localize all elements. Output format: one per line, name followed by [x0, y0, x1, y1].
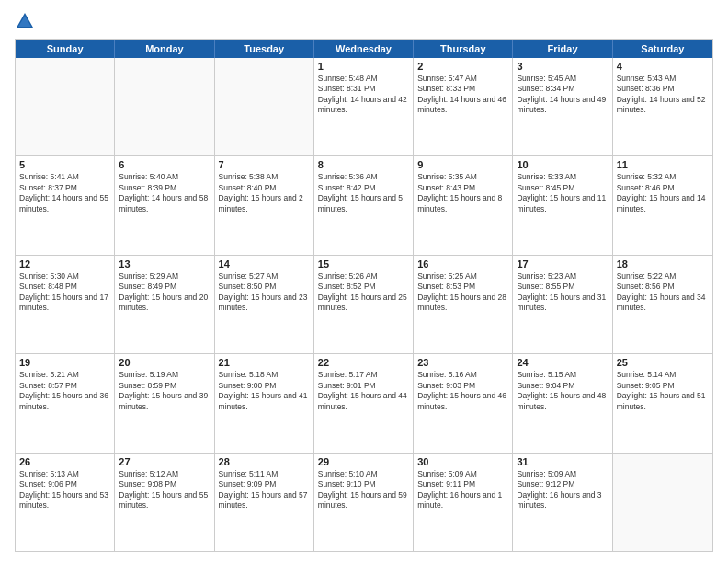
- cell-details: Sunrise: 5:19 AMSunset: 8:59 PMDaylight:…: [119, 370, 210, 412]
- empty-cell: [613, 454, 712, 551]
- day-cell-4: 4Sunrise: 5:43 AMSunset: 8:36 PMDaylight…: [613, 58, 712, 155]
- cell-details: Sunrise: 5:30 AMSunset: 8:48 PMDaylight:…: [19, 271, 110, 314]
- day-number: 1: [318, 61, 409, 72]
- cell-details: Sunrise: 5:15 AMSunset: 9:04 PMDaylight:…: [517, 370, 608, 412]
- day-cell-15: 15Sunrise: 5:26 AMSunset: 8:52 PMDayligh…: [314, 256, 414, 353]
- calendar-week-5: 26Sunrise: 5:13 AMSunset: 9:06 PMDayligh…: [16, 454, 712, 551]
- day-number: 20: [119, 357, 210, 368]
- empty-cell: [215, 58, 314, 155]
- day-number: 15: [318, 259, 409, 270]
- day-number: 23: [417, 357, 508, 368]
- header-cell-tuesday: Tuesday: [215, 40, 314, 58]
- calendar-body: 1Sunrise: 5:48 AMSunset: 8:31 PMDaylight…: [16, 58, 712, 551]
- day-number: 4: [617, 61, 709, 72]
- day-number: 9: [417, 159, 508, 170]
- day-number: 30: [417, 456, 508, 467]
- calendar-week-4: 19Sunrise: 5:21 AMSunset: 8:57 PMDayligh…: [16, 354, 712, 453]
- calendar-week-1: 1Sunrise: 5:48 AMSunset: 8:31 PMDaylight…: [16, 58, 712, 156]
- day-cell-8: 8Sunrise: 5:36 AMSunset: 8:42 PMDaylight…: [314, 156, 414, 254]
- day-cell-12: 12Sunrise: 5:30 AMSunset: 8:48 PMDayligh…: [16, 256, 115, 353]
- day-cell-20: 20Sunrise: 5:19 AMSunset: 8:59 PMDayligh…: [115, 354, 214, 452]
- day-cell-26: 26Sunrise: 5:13 AMSunset: 9:06 PMDayligh…: [16, 454, 115, 551]
- cell-details: Sunrise: 5:38 AMSunset: 8:40 PMDaylight:…: [219, 172, 310, 214]
- cell-details: Sunrise: 5:23 AMSunset: 8:55 PMDaylight:…: [517, 271, 608, 314]
- day-cell-13: 13Sunrise: 5:29 AMSunset: 8:49 PMDayligh…: [115, 256, 214, 353]
- logo: [15, 11, 37, 31]
- calendar: SundayMondayTuesdayWednesdayThursdayFrid…: [15, 39, 713, 552]
- cell-details: Sunrise: 5:25 AMSunset: 8:53 PMDaylight:…: [417, 271, 508, 314]
- calendar-week-3: 12Sunrise: 5:30 AMSunset: 8:48 PMDayligh…: [16, 256, 712, 354]
- day-number: 11: [617, 159, 709, 170]
- cell-details: Sunrise: 5:22 AMSunset: 8:56 PMDaylight:…: [617, 271, 709, 314]
- day-cell-17: 17Sunrise: 5:23 AMSunset: 8:55 PMDayligh…: [513, 256, 612, 353]
- day-number: 21: [219, 357, 310, 368]
- day-cell-7: 7Sunrise: 5:38 AMSunset: 8:40 PMDaylight…: [215, 156, 314, 254]
- cell-details: Sunrise: 5:32 AMSunset: 8:46 PMDaylight:…: [617, 172, 709, 214]
- header-cell-wednesday: Wednesday: [314, 40, 414, 58]
- day-number: 7: [219, 159, 310, 170]
- day-number: 24: [517, 357, 608, 368]
- cell-details: Sunrise: 5:43 AMSunset: 8:36 PMDaylight:…: [617, 74, 709, 116]
- day-cell-29: 29Sunrise: 5:10 AMSunset: 9:10 PMDayligh…: [314, 454, 414, 551]
- cell-details: Sunrise: 5:21 AMSunset: 8:57 PMDaylight:…: [19, 370, 110, 412]
- day-number: 19: [19, 357, 110, 368]
- day-cell-3: 3Sunrise: 5:45 AMSunset: 8:34 PMDaylight…: [513, 58, 612, 155]
- day-cell-10: 10Sunrise: 5:33 AMSunset: 8:45 PMDayligh…: [513, 156, 612, 254]
- day-number: 29: [318, 456, 409, 467]
- header-cell-thursday: Thursday: [414, 40, 513, 58]
- page: SundayMondayTuesdayWednesdayThursdayFrid…: [0, 0, 728, 563]
- day-cell-6: 6Sunrise: 5:40 AMSunset: 8:39 PMDaylight…: [115, 156, 214, 254]
- cell-details: Sunrise: 5:47 AMSunset: 8:33 PMDaylight:…: [417, 74, 508, 116]
- cell-details: Sunrise: 5:09 AMSunset: 9:11 PMDaylight:…: [417, 469, 508, 511]
- day-cell-5: 5Sunrise: 5:41 AMSunset: 8:37 PMDaylight…: [16, 156, 115, 254]
- logo-icon: [15, 11, 35, 31]
- cell-details: Sunrise: 5:40 AMSunset: 8:39 PMDaylight:…: [119, 172, 210, 214]
- empty-cell: [16, 58, 115, 155]
- day-cell-27: 27Sunrise: 5:12 AMSunset: 9:08 PMDayligh…: [115, 454, 214, 551]
- day-number: 3: [517, 61, 608, 72]
- day-number: 6: [119, 159, 210, 170]
- calendar-header-row: SundayMondayTuesdayWednesdayThursdayFrid…: [16, 40, 712, 58]
- calendar-week-2: 5Sunrise: 5:41 AMSunset: 8:37 PMDaylight…: [16, 156, 712, 255]
- day-cell-14: 14Sunrise: 5:27 AMSunset: 8:50 PMDayligh…: [215, 256, 314, 353]
- day-cell-23: 23Sunrise: 5:16 AMSunset: 9:03 PMDayligh…: [414, 354, 513, 452]
- cell-details: Sunrise: 5:10 AMSunset: 9:10 PMDaylight:…: [318, 469, 409, 511]
- cell-details: Sunrise: 5:17 AMSunset: 9:01 PMDaylight:…: [318, 370, 409, 412]
- day-cell-9: 9Sunrise: 5:35 AMSunset: 8:43 PMDaylight…: [414, 156, 513, 254]
- cell-details: Sunrise: 5:35 AMSunset: 8:43 PMDaylight:…: [417, 172, 508, 214]
- day-cell-21: 21Sunrise: 5:18 AMSunset: 9:00 PMDayligh…: [215, 354, 314, 452]
- header-cell-sunday: Sunday: [16, 40, 115, 58]
- cell-details: Sunrise: 5:36 AMSunset: 8:42 PMDaylight:…: [318, 172, 409, 214]
- cell-details: Sunrise: 5:16 AMSunset: 9:03 PMDaylight:…: [417, 370, 508, 412]
- day-cell-31: 31Sunrise: 5:09 AMSunset: 9:12 PMDayligh…: [513, 454, 612, 551]
- day-number: 10: [517, 159, 608, 170]
- day-number: 27: [119, 456, 210, 467]
- day-number: 13: [119, 259, 210, 270]
- day-number: 8: [318, 159, 409, 170]
- cell-details: Sunrise: 5:13 AMSunset: 9:06 PMDaylight:…: [19, 469, 110, 511]
- day-number: 28: [219, 456, 310, 467]
- cell-details: Sunrise: 5:26 AMSunset: 8:52 PMDaylight:…: [318, 271, 409, 314]
- day-cell-18: 18Sunrise: 5:22 AMSunset: 8:56 PMDayligh…: [613, 256, 712, 353]
- day-number: 5: [19, 159, 110, 170]
- day-number: 25: [617, 357, 709, 368]
- cell-details: Sunrise: 5:27 AMSunset: 8:50 PMDaylight:…: [219, 271, 310, 314]
- cell-details: Sunrise: 5:12 AMSunset: 9:08 PMDaylight:…: [119, 469, 210, 511]
- day-cell-22: 22Sunrise: 5:17 AMSunset: 9:01 PMDayligh…: [314, 354, 414, 452]
- cell-details: Sunrise: 5:14 AMSunset: 9:05 PMDaylight:…: [617, 370, 709, 412]
- day-cell-25: 25Sunrise: 5:14 AMSunset: 9:05 PMDayligh…: [613, 354, 712, 452]
- cell-details: Sunrise: 5:48 AMSunset: 8:31 PMDaylight:…: [318, 74, 409, 116]
- cell-details: Sunrise: 5:18 AMSunset: 9:00 PMDaylight:…: [219, 370, 310, 412]
- day-number: 31: [517, 456, 608, 467]
- day-number: 17: [517, 259, 608, 270]
- day-number: 22: [318, 357, 409, 368]
- day-cell-1: 1Sunrise: 5:48 AMSunset: 8:31 PMDaylight…: [314, 58, 414, 155]
- day-number: 2: [417, 61, 508, 72]
- day-cell-2: 2Sunrise: 5:47 AMSunset: 8:33 PMDaylight…: [414, 58, 513, 155]
- cell-details: Sunrise: 5:41 AMSunset: 8:37 PMDaylight:…: [19, 172, 110, 214]
- day-number: 14: [219, 259, 310, 270]
- cell-details: Sunrise: 5:09 AMSunset: 9:12 PMDaylight:…: [517, 469, 608, 511]
- header-cell-friday: Friday: [513, 40, 612, 58]
- cell-details: Sunrise: 5:29 AMSunset: 8:49 PMDaylight:…: [119, 271, 210, 314]
- day-cell-19: 19Sunrise: 5:21 AMSunset: 8:57 PMDayligh…: [16, 354, 115, 452]
